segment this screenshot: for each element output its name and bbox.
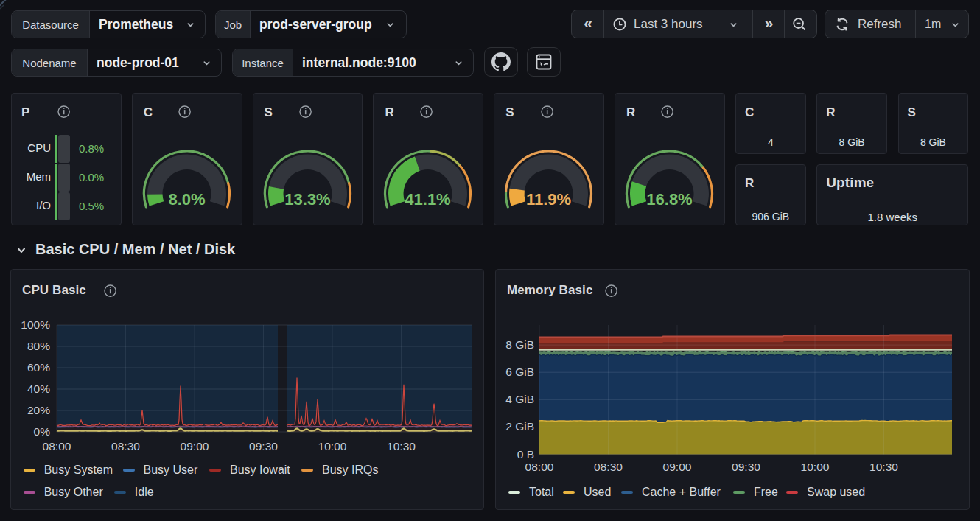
- svg-text:8.0%: 8.0%: [168, 190, 205, 209]
- svg-text:16.8%: 16.8%: [646, 190, 692, 209]
- svg-text:11.9%: 11.9%: [526, 190, 571, 209]
- svg-text:13.3%: 13.3%: [284, 190, 330, 209]
- svg-text:41.1%: 41.1%: [405, 190, 451, 209]
